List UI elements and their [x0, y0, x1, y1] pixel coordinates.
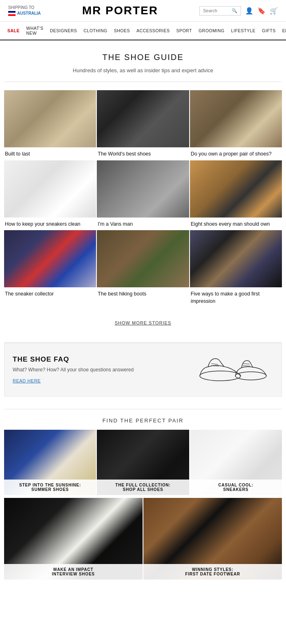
story-first-impression[interactable]: Five ways to make a good first impressio…: [190, 230, 282, 306]
nav-sale[interactable]: SALE: [4, 24, 23, 37]
user-icon[interactable]: 👤: [245, 7, 253, 15]
story-worlds-best[interactable]: The World's best shoes: [97, 90, 189, 160]
shop-sneakers[interactable]: CASUAL COOL: SNEAKERS: [190, 430, 282, 495]
story-image-worlds: [97, 90, 189, 147]
svg-line-1: [211, 364, 218, 364]
story-label-1: Built to last: [4, 147, 96, 160]
nav-editorial[interactable]: EDITORIAL: [279, 24, 286, 37]
story-img-3: [190, 90, 282, 147]
story-vans-man[interactable]: I'm a Vans man: [97, 160, 189, 230]
nav-designers[interactable]: DESIGNERS: [47, 24, 80, 37]
nav-shoes[interactable]: SHOES: [111, 24, 133, 37]
story-img-5: [97, 160, 189, 218]
site-header: SHIPPING TO AUSTRALIA MR PORTER 🔍 👤 🔖 🛒 …: [0, 0, 286, 40]
nav-whats-new[interactable]: WHAT'S NEW: [23, 22, 47, 40]
page-subtitle: Hundreds of styles, as well as insider t…: [0, 64, 286, 82]
main-nav: SALE WHAT'S NEW DESIGNERS CLOTHING SHOES…: [0, 22, 286, 40]
svg-line-5: [243, 366, 250, 366]
page-title: THE SHOE GUIDE: [0, 40, 286, 64]
nav-lifestyle[interactable]: LIFESTYLE: [228, 24, 259, 37]
flag-icon: [8, 11, 16, 16]
show-more-section: SHOW MORE STORIES: [0, 311, 286, 334]
wishlist-icon[interactable]: 🔖: [257, 7, 266, 15]
story-label-9: Five ways to make a good first impressio…: [190, 287, 282, 306]
nav-sport[interactable]: SPORT: [173, 24, 195, 37]
story-image-vans: [97, 160, 189, 218]
svg-line-4: [243, 364, 250, 364]
main-content: THE SHOE GUIDE Hundreds of styles, as we…: [0, 40, 286, 584]
story-img-2: [97, 90, 189, 147]
story-eight-shoes[interactable]: Eight shoes every man should own: [190, 160, 282, 230]
faq-illustration: [192, 353, 273, 386]
shop-label-all: THE FULL COLLECTION: SHOP ALL SHOES: [97, 480, 189, 495]
shop-all-shoes[interactable]: THE FULL COLLECTION: SHOP ALL SHOES: [97, 430, 189, 495]
cart-icon[interactable]: 🛒: [270, 7, 278, 15]
story-image-proper: [190, 90, 282, 147]
header-icons: 🔍 👤 🔖 🛒: [199, 6, 278, 16]
faq-left: THE SHOE FAQ What? Where? How? All your …: [13, 355, 192, 384]
story-image-suits: [190, 230, 282, 287]
story-image-collector: [4, 230, 96, 287]
shipping-info: SHIPPING TO AUSTRALIA: [8, 5, 41, 16]
story-label-4: How to keep your sneakers clean: [4, 218, 96, 230]
shop-grid-top: STEP INTO THE SUNSHINE: SUMMER SHOES THE…: [0, 430, 286, 497]
story-img-4: [4, 160, 96, 218]
story-img-7: [4, 230, 96, 287]
story-sneaker-collector[interactable]: The sneaker collector: [4, 230, 96, 306]
story-label-8: The best hiking boots: [97, 287, 189, 300]
header-top: SHIPPING TO AUSTRALIA MR PORTER 🔍 👤 🔖 🛒: [0, 0, 286, 22]
shop-label-summer: STEP INTO THE SUNSHINE: SUMMER SHOES: [4, 480, 96, 495]
shop-grid-bottom: MAKE AN IMPACT INTERVIEW SHOES WINNING S…: [0, 497, 286, 584]
shipping-label: SHIPPING TO: [8, 5, 41, 11]
story-proper-pair[interactable]: Do you own a proper pair of shoes?: [190, 90, 282, 160]
nav-gifts[interactable]: GIFTS: [259, 24, 279, 37]
story-label-5: I'm a Vans man: [97, 218, 189, 230]
nav-grooming[interactable]: GROOMING: [195, 24, 228, 37]
story-label-2: The World's best shoes: [97, 147, 189, 160]
story-hiking-boots[interactable]: The best hiking boots: [97, 230, 189, 306]
svg-point-3: [235, 372, 266, 380]
story-image-hiking: [97, 230, 189, 287]
story-image-eight: [190, 160, 282, 218]
story-label-7: The sneaker collector: [4, 287, 96, 300]
story-img-9: [190, 230, 282, 287]
search-icon[interactable]: 🔍: [232, 8, 237, 13]
svg-point-0: [200, 371, 241, 381]
story-image-sneakers: [4, 160, 96, 218]
search-box[interactable]: 🔍: [199, 6, 241, 16]
story-image-built: [4, 90, 96, 147]
search-input[interactable]: [203, 8, 232, 13]
shop-label-first-date: WINNING STYLES: FIRST DATE FOOTWEAR: [143, 564, 282, 580]
perfect-pair-title: FIND THE PERFECT PAIR: [0, 409, 286, 430]
shoe-sketch-svg: [196, 355, 269, 384]
faq-title: THE SHOE FAQ: [13, 355, 192, 364]
nav-accessories[interactable]: ACCESSORIES: [133, 24, 173, 37]
nav-clothing[interactable]: CLOTHING: [80, 24, 111, 37]
story-built-to-last[interactable]: Built to last: [4, 90, 96, 160]
faq-read-here-link[interactable]: READ HERE: [13, 378, 41, 383]
faq-banner: THE SHOE FAQ What? Where? How? All your …: [4, 343, 282, 397]
story-label-6: Eight shoes every man should own: [190, 218, 282, 230]
story-label-3: Do you own a proper pair of shoes?: [190, 147, 282, 160]
faq-description: What? Where? How? All your shoe question…: [13, 367, 192, 373]
story-img-8: [97, 230, 189, 287]
shop-interview-shoes[interactable]: MAKE AN IMPACT INTERVIEW SHOES: [4, 498, 143, 580]
show-more-button[interactable]: SHOW MORE STORIES: [115, 320, 171, 325]
shop-first-date[interactable]: WINNING STYLES: FIRST DATE FOOTWEAR: [143, 498, 282, 580]
story-img-6: [190, 160, 282, 218]
site-logo[interactable]: MR PORTER: [41, 4, 199, 17]
country-label[interactable]: AUSTRALIA: [8, 11, 41, 16]
shop-label-interview: MAKE AN IMPACT INTERVIEW SHOES: [4, 564, 143, 580]
story-sneakers-clean[interactable]: How to keep your sneakers clean: [4, 160, 96, 230]
stories-grid: Built to last The World's best shoes Do …: [0, 82, 286, 311]
story-img-1: [4, 90, 96, 147]
shop-label-sneakers: CASUAL COOL: SNEAKERS: [190, 480, 282, 495]
shop-summer-shoes[interactable]: STEP INTO THE SUNSHINE: SUMMER SHOES: [4, 430, 96, 495]
